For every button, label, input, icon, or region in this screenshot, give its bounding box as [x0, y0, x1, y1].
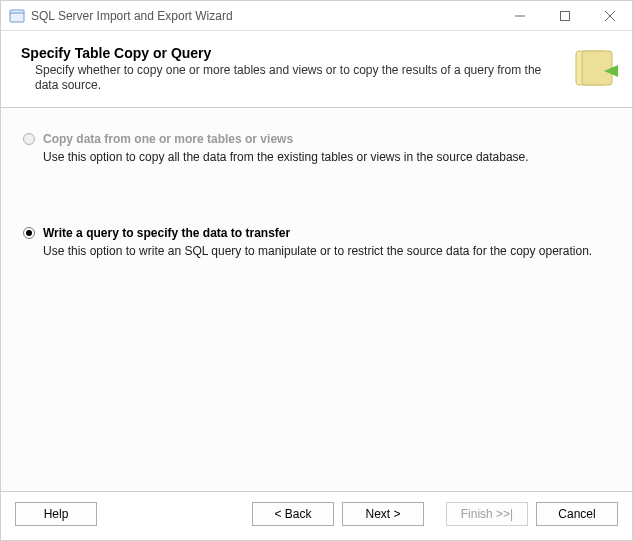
- radio-copy-tables[interactable]: [23, 133, 35, 145]
- window-title: SQL Server Import and Export Wizard: [31, 9, 497, 23]
- help-button[interactable]: Help: [15, 502, 97, 526]
- wizard-header: Specify Table Copy or Query Specify whet…: [1, 31, 632, 108]
- window-controls: [497, 1, 632, 30]
- maximize-button[interactable]: [542, 1, 587, 31]
- page-title: Specify Table Copy or Query: [21, 45, 560, 61]
- app-icon: [9, 8, 25, 24]
- option-write-query-row[interactable]: Write a query to specify the data to tra…: [23, 226, 612, 240]
- wizard-content: Copy data from one or more tables or vie…: [1, 108, 632, 491]
- svg-rect-3: [560, 12, 569, 21]
- svg-rect-0: [10, 10, 24, 22]
- wizard-icon: [570, 45, 618, 93]
- option-write-query-label: Write a query to specify the data to tra…: [43, 226, 290, 240]
- wizard-footer: Help < Back Next > Finish >>| Cancel: [1, 491, 632, 540]
- close-button[interactable]: [587, 1, 632, 31]
- page-description: Specify whether to copy one or more tabl…: [21, 63, 560, 93]
- option-copy-tables: Copy data from one or more tables or vie…: [23, 132, 612, 166]
- radio-write-query[interactable]: [23, 227, 35, 239]
- option-copy-tables-desc: Use this option to copy all the data fro…: [23, 150, 612, 166]
- cancel-button[interactable]: Cancel: [536, 502, 618, 526]
- svg-rect-7: [582, 51, 612, 85]
- option-copy-tables-row[interactable]: Copy data from one or more tables or vie…: [23, 132, 612, 146]
- option-write-query-desc: Use this option to write an SQL query to…: [23, 244, 612, 260]
- next-button[interactable]: Next >: [342, 502, 424, 526]
- option-copy-tables-label: Copy data from one or more tables or vie…: [43, 132, 293, 146]
- finish-button[interactable]: Finish >>|: [446, 502, 528, 526]
- option-write-query: Write a query to specify the data to tra…: [23, 226, 612, 260]
- titlebar: SQL Server Import and Export Wizard: [1, 1, 632, 31]
- minimize-button[interactable]: [497, 1, 542, 31]
- back-button[interactable]: < Back: [252, 502, 334, 526]
